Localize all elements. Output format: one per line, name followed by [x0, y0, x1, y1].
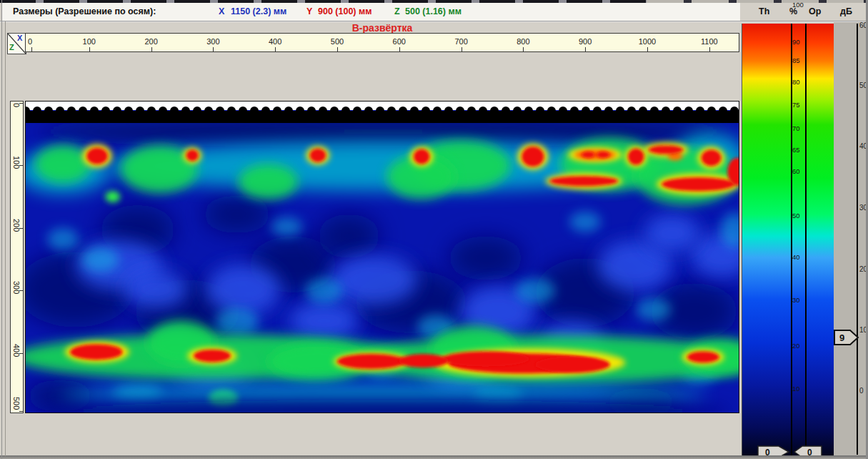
heat-blob-r [337, 354, 406, 369]
colorbar-header-row: Th % Op дБ [0, 0, 868, 21]
surface-scallop [261, 107, 270, 115]
surface-scallop [399, 107, 407, 115]
heat-blob-r [186, 149, 199, 161]
heat-blob-nl [206, 265, 280, 315]
axes-corner-box: X Z [7, 33, 26, 54]
db-scale-zone [834, 22, 867, 457]
heat-blob-r [86, 148, 108, 164]
surface-scallop [227, 107, 236, 115]
surface-scallop [284, 107, 293, 115]
heat-blob-r [414, 149, 430, 164]
x-tick-label: 800 [507, 37, 539, 46]
colorbar-col-db: дБ [840, 6, 852, 16]
z-tick-mark [19, 165, 23, 166]
heat-blob-r [628, 149, 644, 165]
surface-scallop [730, 107, 739, 115]
heat-blob-r [310, 149, 326, 162]
x-tick-label: 200 [136, 37, 167, 46]
colorbar-th-line [791, 24, 792, 457]
x-ruler: 010020030040050060070080090010001100 [25, 33, 739, 52]
surface-scallop [627, 107, 636, 115]
heat-blob-nl [125, 271, 187, 309]
z-ruler: 0100200300400500 [10, 101, 24, 413]
heat-blob-gb [105, 191, 120, 202]
z-tick-label: 300 [12, 281, 21, 294]
heat-blob-nd [203, 195, 271, 233]
heat-blob-r [649, 145, 684, 154]
db-slider[interactable]: 9 [833, 329, 860, 346]
surface-scallop [170, 107, 179, 115]
surface-scallop [181, 107, 190, 115]
x-tick-label: 300 [197, 37, 229, 46]
heat-blob-r [535, 357, 609, 373]
z-tick-label: 500 [12, 397, 21, 410]
surface-scallop [364, 107, 373, 115]
colorbar-col-op: Op [809, 6, 821, 16]
heat-blob-r [522, 147, 544, 167]
surface-scallop [330, 107, 339, 115]
surface-scallop [547, 107, 556, 115]
heat-blob-r [662, 177, 735, 191]
surface-scallop [376, 107, 384, 115]
heat-blob-r [70, 345, 122, 360]
surface-scallop [479, 107, 487, 115]
app-window: Размеры (Разрешение по осям): X 1150 (2.… [0, 0, 868, 459]
surface-scallop [319, 107, 327, 115]
heat-blob-r [442, 352, 529, 367]
window-bottom-edge [0, 455, 868, 459]
surface-scallop [490, 107, 499, 115]
bscan-canvas[interactable] [26, 102, 739, 413]
bscan-heatmap[interactable] [25, 101, 739, 413]
scan-title: В-развёртка [25, 22, 739, 33]
surface-scallop [204, 107, 213, 115]
x-tick-mark [213, 47, 214, 51]
surface-scallop [193, 107, 201, 115]
surface-scallop [524, 107, 533, 115]
window-left-edge [1, 0, 2, 459]
x-tick-mark [337, 47, 338, 51]
heatmap-blobs [26, 122, 739, 413]
z-tick-label: 400 [12, 344, 21, 357]
heat-blob-cy [47, 228, 79, 251]
x-tick-mark [647, 47, 648, 51]
x-tick-label: 500 [321, 37, 353, 46]
heat-blob-fade [35, 122, 731, 142]
colorbar-col-th: Th [759, 6, 769, 16]
z-tick-label: 200 [12, 219, 21, 232]
surface-scallop [559, 107, 567, 115]
x-tick-mark [31, 47, 32, 51]
surface-scallop [707, 107, 716, 115]
heat-blob-g [239, 164, 299, 199]
surface-scallop [101, 107, 110, 115]
heat-blob-r [597, 152, 610, 158]
heat-blob-r [399, 354, 449, 367]
heat-blob-nl [290, 302, 359, 340]
surface-scallop [696, 107, 704, 115]
surface-scallop [353, 107, 361, 115]
amplitude-colorbar [742, 24, 834, 457]
db-slider-value: 9 [839, 332, 844, 343]
heat-blob-r [582, 152, 595, 158]
surface-scallop [56, 107, 64, 115]
heat-blob-r [702, 149, 722, 166]
surface-scallop [616, 107, 624, 115]
x-tick-mark [709, 47, 710, 51]
z-tick-mark [19, 411, 23, 412]
surface-scallop [341, 107, 350, 115]
surface-scallop [673, 107, 682, 115]
surface-scallop [444, 107, 453, 115]
corner-z-label: Z [9, 43, 14, 51]
surface-scallop [650, 107, 659, 115]
surface-scallop [124, 107, 133, 115]
z-tick-mark [19, 290, 23, 291]
surface-scallop [467, 107, 476, 115]
panel-left-edge [5, 21, 6, 456]
surface-scallop [67, 107, 76, 115]
heat-blob-nd [318, 214, 380, 258]
surface-scallop [719, 107, 727, 115]
surface-scallop [433, 107, 442, 115]
heat-blob-r [194, 350, 231, 362]
surface-scallop [296, 107, 304, 115]
surface-scallop [273, 107, 281, 115]
heat-blob-r [687, 352, 719, 363]
